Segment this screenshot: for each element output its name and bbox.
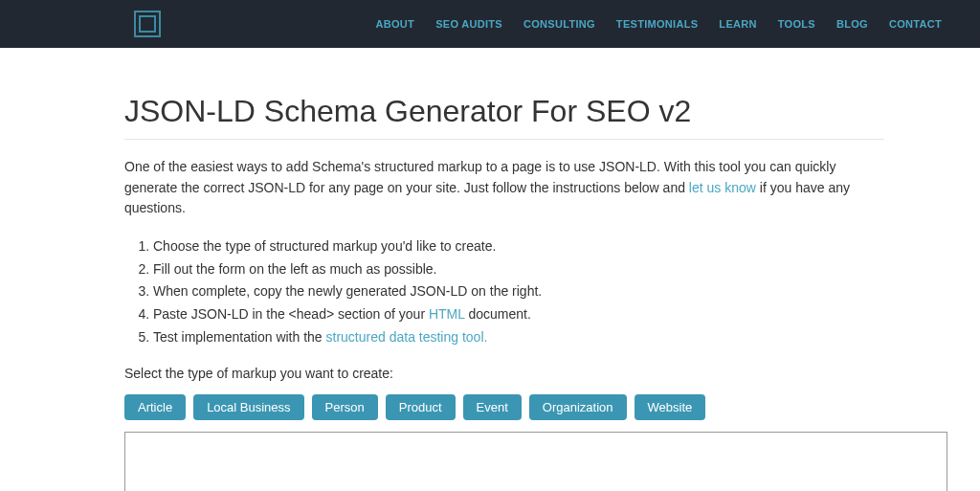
step-4-pre: Paste JSON-LD in the <head> section of y… <box>153 306 429 322</box>
website-button[interactable]: Website <box>635 394 706 420</box>
step-2: Fill out the form on the left as much as… <box>153 259 884 280</box>
markup-type-buttons: Article Local Business Person Product Ev… <box>124 394 884 420</box>
instruction-list: Choose the type of structured markup you… <box>153 236 884 347</box>
let-us-know-link[interactable]: let us know <box>689 180 756 195</box>
nav-tools[interactable]: TOOLS <box>778 18 815 30</box>
main-content: JSON-LD Schema Generator For SEO v2 One … <box>0 48 980 491</box>
nav-testimonials[interactable]: TESTIMONIALS <box>616 18 699 30</box>
step-5: Test implementation with the structured … <box>153 327 884 348</box>
person-button[interactable]: Person <box>312 394 378 420</box>
top-navbar: ABOUT SEO AUDITS CONSULTING TESTIMONIALS… <box>0 0 980 48</box>
logo-icon[interactable] <box>134 11 161 37</box>
html-link[interactable]: HTML <box>429 306 465 322</box>
nav-blog[interactable]: BLOG <box>836 18 868 30</box>
nav-learn[interactable]: LEARN <box>719 18 756 30</box>
intro-paragraph: One of the easiest ways to add Schema's … <box>124 157 884 219</box>
event-button[interactable]: Event <box>463 394 522 420</box>
step-1: Choose the type of structured markup you… <box>153 236 884 257</box>
step-4: Paste JSON-LD in the <head> section of y… <box>153 304 884 325</box>
select-type-label: Select the type of markup you want to cr… <box>124 366 884 381</box>
step-3: When complete, copy the newly generated … <box>153 281 884 302</box>
step-4-post: document. <box>465 306 531 322</box>
nav-contact[interactable]: CONTACT <box>889 18 942 30</box>
local-business-button[interactable]: Local Business <box>193 394 303 420</box>
page-title: JSON-LD Schema Generator For SEO v2 <box>124 94 884 140</box>
output-panel[interactable] <box>124 432 947 492</box>
testing-tool-link[interactable]: structured data testing tool. <box>326 329 488 345</box>
nav-seo-audits[interactable]: SEO AUDITS <box>435 18 502 30</box>
article-button[interactable]: Article <box>124 394 186 420</box>
product-button[interactable]: Product <box>386 394 456 420</box>
step-5-pre: Test implementation with the <box>153 329 326 345</box>
nav-about[interactable]: ABOUT <box>376 18 415 30</box>
nav-consulting[interactable]: CONSULTING <box>523 18 595 30</box>
organization-button[interactable]: Organization <box>529 394 627 420</box>
primary-nav: ABOUT SEO AUDITS CONSULTING TESTIMONIALS… <box>376 18 942 30</box>
